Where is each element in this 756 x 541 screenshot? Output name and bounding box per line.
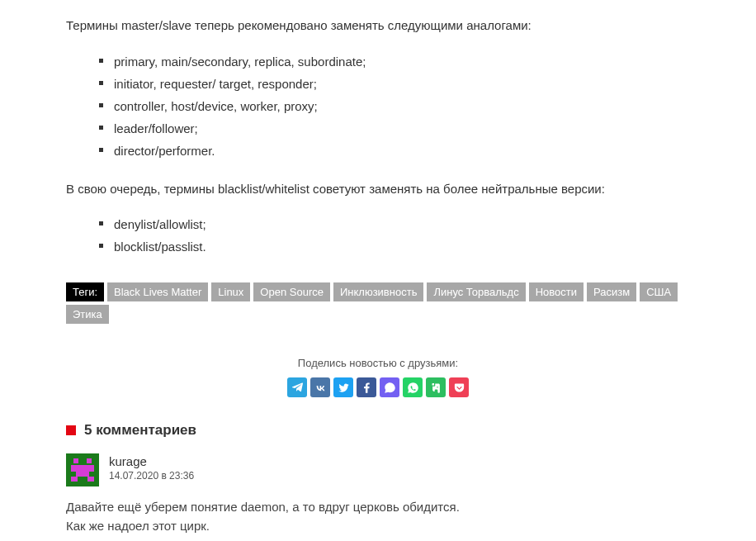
avatar	[66, 453, 99, 486]
tag[interactable]: Инклюзивность	[333, 282, 423, 301]
list-item: initiator, requester/ target, responder;	[99, 73, 690, 95]
comments-section: 5 комментариев kurage 14.07.2020 в 23:36…	[0, 406, 756, 541]
viber-icon[interactable]	[380, 377, 399, 397]
share-block: Поделись новостью с друзьями:	[66, 357, 690, 397]
paragraph: Термины master/slave теперь рекомендован…	[66, 17, 690, 36]
svg-rect-1	[73, 458, 78, 463]
tags-label: Теги:	[66, 282, 104, 301]
facebook-icon[interactable]	[357, 377, 376, 397]
list-item: blocklist/passlist.	[99, 235, 690, 258]
comment-author[interactable]: kurage	[109, 453, 194, 470]
tag[interactable]: Новости	[529, 282, 584, 301]
comment-content: kurage 14.07.2020 в 23:36	[109, 453, 194, 486]
telegram-icon[interactable]	[287, 377, 307, 397]
svg-rect-4	[76, 472, 89, 477]
comments-title: 5 комментариев	[84, 422, 196, 439]
share-icons	[66, 377, 690, 397]
whatsapp-icon[interactable]	[403, 377, 423, 397]
comment-head: kurage 14.07.2020 в 23:36	[109, 453, 194, 482]
list-blacklist-whitelist: denylist/allowlist; blocklist/passlist.	[66, 213, 690, 258]
evernote-icon[interactable]	[426, 377, 446, 397]
tag[interactable]: Линус Торвальдс	[427, 282, 525, 301]
comment-body: Давайте ещё уберем понятие daemon, а то …	[66, 498, 690, 535]
list-master-slave: primary, main/secondary, replica, subord…	[66, 50, 690, 162]
pocket-icon[interactable]	[449, 377, 469, 397]
red-square-icon	[66, 425, 76, 435]
tag[interactable]: Open Source	[253, 282, 330, 301]
list-item: primary, main/secondary, replica, subord…	[99, 50, 690, 73]
vk-icon[interactable]	[310, 377, 330, 397]
comments-header: 5 комментариев	[66, 422, 690, 439]
tags-row: Теги: Black Lives Matter Linux Open Sour…	[66, 282, 690, 324]
tag[interactable]: Этика	[66, 305, 109, 324]
tag[interactable]: Расизм	[587, 282, 636, 301]
article-body: Термины master/slave теперь рекомендован…	[0, 0, 756, 406]
tag[interactable]: США	[640, 282, 678, 301]
list-item: leader/follower;	[99, 117, 690, 140]
twitter-icon[interactable]	[333, 377, 353, 397]
svg-rect-6	[87, 477, 94, 482]
tag[interactable]: Linux	[211, 282, 250, 301]
list-item: director/performer.	[99, 140, 690, 162]
list-item: controller, host/device, worker, proxy;	[99, 95, 690, 117]
svg-rect-2	[87, 458, 92, 463]
paragraph: В свою очередь, термины blacklist/whitel…	[66, 180, 690, 199]
comment: kurage 14.07.2020 в 23:36	[66, 453, 690, 486]
list-item: denylist/allowlist;	[99, 213, 690, 235]
comment-date: 14.07.2020 в 23:36	[109, 470, 194, 483]
svg-rect-5	[71, 477, 78, 482]
tag[interactable]: Black Lives Matter	[107, 282, 208, 301]
share-text: Поделись новостью с друзьями:	[66, 357, 690, 369]
svg-rect-3	[71, 465, 94, 472]
